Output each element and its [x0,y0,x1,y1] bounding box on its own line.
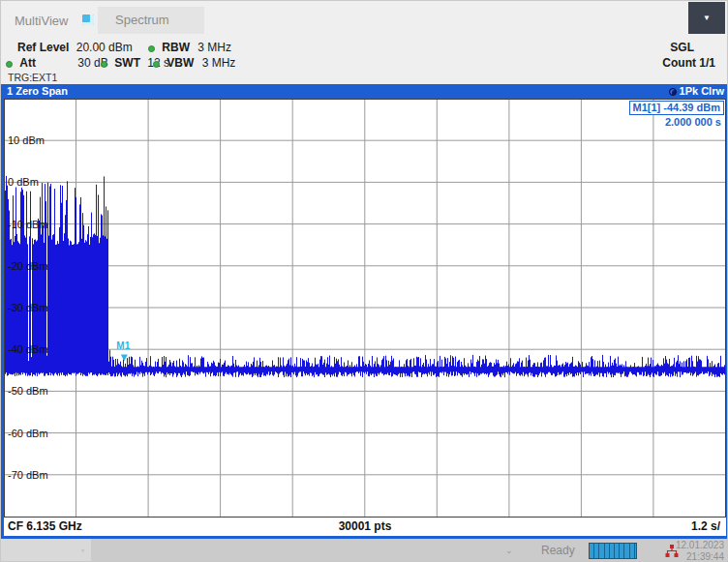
y-axis-label: -20 dBm [8,259,48,273]
trace-mode-icon [669,88,677,96]
rbw-label: RBW [162,41,190,54]
y-axis-label: 0 dBm [8,175,39,189]
status-ready-text: Ready [541,544,575,557]
trigger-status[interactable]: TRG:EXT1 [8,72,57,83]
measurement-window: 1 Zero Span 1Pk Clrw M1 10 dBm0 dBm-10 d… [1,84,728,539]
vbw-label: VBW [167,56,194,70]
y-axis-label: -50 dBm [8,384,48,398]
ref-level-label: Ref Level [17,41,69,54]
sweep-mode-indicator: SGL [670,41,694,54]
analyzer-screen: MultiView Spectrum ▼ Ref Level 20.00 dBm… [0,0,728,562]
chevron-down-icon[interactable]: ⌄ [505,546,513,555]
window-menu-button[interactable]: ▼ [688,2,725,34]
sweep-progress-bar [589,543,637,559]
status-time: 21:39:44 [676,551,724,562]
y-axis-label: 10 dBm [8,133,45,147]
rbw-field[interactable]: RBW 3 MHz [148,41,231,54]
time-per-division-field[interactable]: 1.2 s/ [691,519,720,533]
marker-time-readout: 2.000 000 s [665,116,721,128]
y-axis-label: -10 dBm [8,218,48,231]
swt-label: SWT [114,56,140,70]
graticule-and-trace: M1 [4,99,726,518]
sweep-count-indicator: Count 1/1 [662,56,715,70]
att-led-icon [6,61,13,68]
vbw-led-icon [153,61,160,68]
rbw-value: 3 MHz [197,41,231,54]
marker-m1-icon[interactable] [121,354,128,361]
y-axis-label: -60 dBm [8,427,48,440]
ref-level-field[interactable]: Ref Level 20.00 dBm [17,41,133,54]
trace-legend-label: 1Pk Clrw [680,85,724,97]
marker-m1-label[interactable]: M1 [116,340,130,351]
y-axis-label: -70 dBm [8,468,48,482]
grid-lines [5,100,725,517]
window-title: 1 Zero Span [7,84,68,99]
diagram-footer: CF 6.135 GHz 30001 pts 1.2 s/ [4,518,726,536]
status-bar: ◦ ⌄ Ready 12.01.2023 21:39:44 [1,539,728,562]
trace-legend[interactable]: 1Pk Clrw [669,84,724,99]
att-field[interactable]: Att 30 dB [6,56,108,70]
trace-display-area[interactable]: M1 10 dBm0 dBm-10 dBm-20 dBm-30 dBm-40 d… [4,99,726,518]
window-titlebar: 1 Zero Span 1Pk Clrw [1,84,728,99]
tab-spectrum[interactable]: Spectrum [98,7,204,34]
y-axis-label: -30 dBm [8,301,48,314]
splitter-handle-icon[interactable]: ◦ [81,546,84,555]
y-axis-label: -40 dBm [8,342,48,356]
swt-led-icon [101,61,107,68]
datetime-display: 12.01.2023 21:39:44 [676,540,724,562]
marker-readout[interactable]: M1[1] -44.39 dBm [629,101,724,115]
tab-multiview[interactable]: MultiView [15,14,68,28]
multiview-grid-icon[interactable] [82,15,94,25]
statusbar-left-panel [1,539,91,562]
vbw-value: 3 MHz [202,56,236,70]
status-date: 12.01.2023 [676,540,724,551]
sweep-points-field[interactable]: 30001 pts [4,519,726,533]
vbw-field[interactable]: VBW 3 MHz [153,56,235,70]
rbw-led-icon [148,45,155,52]
ref-level-value: 20.00 dBm [76,41,133,54]
att-label: Att [19,56,36,70]
